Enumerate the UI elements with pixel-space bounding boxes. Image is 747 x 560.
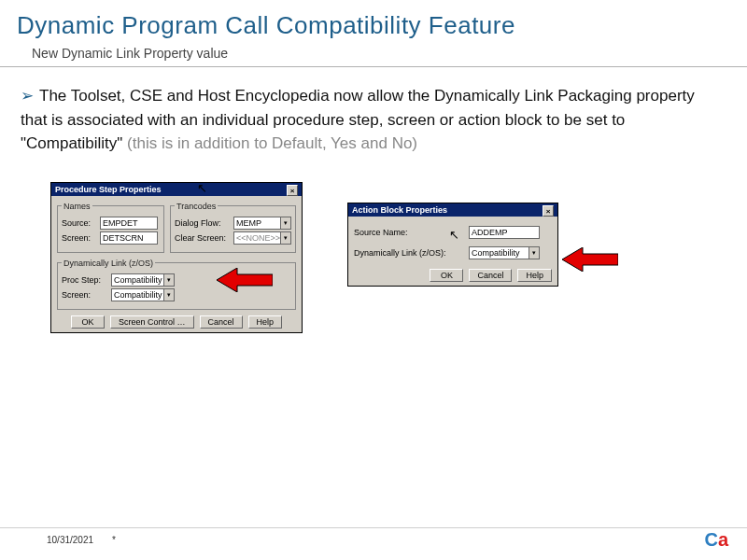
chevron-down-icon[interactable]: ▾	[163, 288, 175, 301]
dialog-buttons: OK Screen Control … Cancel Help	[57, 315, 296, 329]
names-group: Names Source: EMPDET Screen: DETSCRN	[57, 202, 164, 253]
divider	[0, 66, 747, 67]
dialog-buttons: OK Cancel Help	[354, 269, 552, 282]
dialog-flow-combo[interactable]: MEMP ▾	[233, 217, 291, 230]
emphasis-arrow-icon	[217, 268, 273, 292]
proc-step-combo[interactable]: Compatibility ▾	[111, 273, 175, 287]
svg-marker-0	[217, 268, 273, 292]
footer-date: 10/31/2021	[47, 535, 93, 545]
dialog-title: Procedure Step Properties	[55, 185, 162, 194]
dyn-link-label: Dynamically Link (z/OS):	[354, 248, 466, 258]
screen2-combo[interactable]: Compatibility ▾	[111, 288, 175, 301]
ok-button[interactable]: OK	[71, 315, 105, 329]
chevron-down-icon[interactable]: ▾	[163, 273, 175, 287]
bullet-icon: ➢	[21, 87, 34, 105]
footer: 10/31/2021 * Ca	[0, 529, 747, 551]
footer-divider	[0, 527, 747, 528]
source-name-label: Source Name:	[354, 228, 466, 237]
clear-screen-combo[interactable]: <<NONE>> ▾	[233, 231, 291, 245]
source-field[interactable]: EMPDET	[100, 217, 158, 230]
body-text: ➢The Toolset, CSE and Host Encyclopedia …	[21, 84, 721, 156]
logo-c: C	[704, 529, 717, 550]
help-button[interactable]: Help	[517, 269, 552, 282]
procedure-step-dialog: Procedure Step Properties × Names Source…	[50, 182, 303, 333]
help-button[interactable]: Help	[248, 315, 283, 329]
dynamic-link-legend: Dynamically Link (z/OS)	[62, 259, 155, 268]
slide-subtitle: New Dynamic Link Property value	[32, 46, 730, 61]
screen-label: Screen:	[62, 233, 97, 243]
chevron-down-icon[interactable]: ▾	[280, 231, 291, 245]
action-block-dialog: Action Block Properties × Source Name: A…	[347, 203, 558, 287]
screen-control-button[interactable]: Screen Control …	[110, 315, 194, 329]
dialog-title-bar: Procedure Step Properties ×	[51, 183, 302, 196]
slide: Dynamic Program Call Compatibility Featu…	[0, 0, 747, 560]
dialog-title: Action Block Properties	[352, 205, 447, 215]
chevron-down-icon[interactable]: ▾	[280, 217, 291, 230]
ca-logo: Ca	[704, 529, 728, 551]
source-label: Source:	[62, 218, 97, 228]
slide-title: Dynamic Program Call Compatibility Featu…	[17, 11, 730, 40]
dialog-title-bar: Action Block Properties ×	[348, 203, 557, 217]
chevron-down-icon[interactable]: ▾	[529, 246, 540, 259]
close-icon[interactable]: ×	[543, 205, 554, 217]
screen-field[interactable]: DETSCRN	[100, 231, 158, 245]
trancodes-legend: Trancodes	[175, 202, 218, 211]
footer-mark: *	[112, 535, 116, 545]
proc-step-label: Proc Step:	[62, 275, 108, 285]
source-name-field[interactable]: ADDEMP	[469, 226, 540, 239]
clear-screen-label: Clear Screen:	[175, 233, 231, 243]
cancel-button[interactable]: Cancel	[200, 315, 243, 329]
trancodes-group: Trancodes Dialog Flow: MEMP ▾ Clear Scre…	[170, 202, 296, 253]
close-icon[interactable]: ×	[287, 185, 298, 196]
body-secondary: (this is in addition to Default, Yes and…	[122, 134, 417, 152]
cancel-button[interactable]: Cancel	[469, 269, 512, 282]
emphasis-arrow-icon	[562, 247, 618, 272]
dialog-flow-label: Dialog Flow:	[175, 218, 231, 228]
logo-a: a	[718, 529, 728, 550]
names-legend: Names	[62, 202, 92, 211]
screen2-label: Screen:	[62, 290, 108, 300]
dialogs-container: Procedure Step Properties × Names Source…	[50, 182, 730, 333]
svg-marker-1	[562, 247, 618, 272]
ok-button[interactable]: OK	[430, 269, 463, 282]
dyn-link-combo[interactable]: Compatibility ▾	[469, 246, 540, 259]
